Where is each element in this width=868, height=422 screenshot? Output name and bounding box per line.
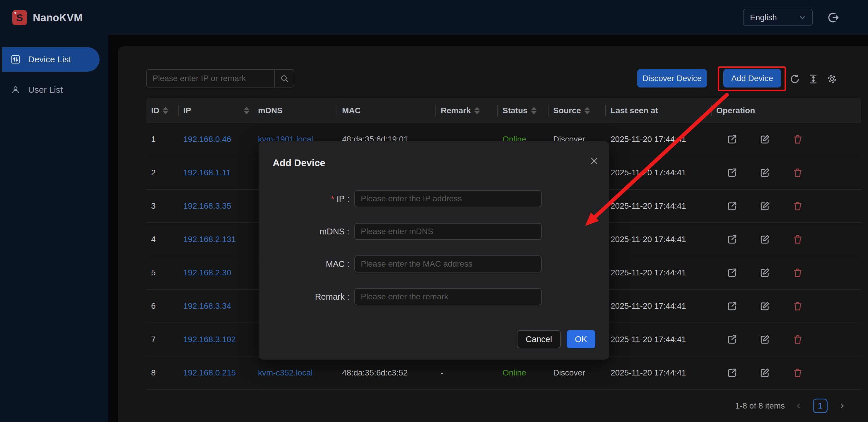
cell-ip-link[interactable]: 192.168.1.11 — [179, 168, 253, 177]
cell-operation — [712, 300, 861, 312]
field-label: Remark: — [258, 292, 349, 302]
cell-operation — [712, 233, 861, 245]
mdns-field[interactable] — [354, 223, 542, 240]
column-header-remark[interactable]: Remark — [436, 98, 498, 123]
form-row-mdns: mDNS: — [258, 223, 609, 240]
language-select[interactable]: English — [743, 9, 813, 26]
pagination: 1-8 of 8 items 1 — [735, 396, 847, 416]
modal-close-button[interactable] — [587, 154, 601, 168]
cell-ip-link[interactable]: 192.168.0.46 — [179, 135, 253, 144]
pagination-summary: 1-8 of 8 items — [735, 401, 785, 411]
edit-device-button[interactable] — [759, 267, 771, 279]
cell-last-seen: 2025-11-20 17:44:41 — [606, 235, 712, 244]
cell-operation — [712, 133, 861, 145]
cell-last-seen: 2025-11-20 17:44:41 — [606, 135, 712, 144]
sidebar-item-device-list[interactable]: Device List — [2, 47, 99, 72]
open-device-button[interactable] — [726, 300, 738, 312]
delete-device-button[interactable] — [792, 133, 804, 145]
app-title: NanoKVM — [33, 12, 83, 24]
edit-device-button[interactable] — [759, 300, 771, 312]
refresh-table-button[interactable] — [788, 72, 801, 86]
cell-remark: - — [436, 368, 498, 378]
open-device-button[interactable] — [726, 200, 738, 212]
cell-operation — [712, 367, 861, 379]
add-device-highlight-box — [718, 66, 786, 91]
open-device-button[interactable] — [726, 367, 738, 379]
next-page-button[interactable] — [836, 400, 847, 412]
cell-ip-link[interactable]: 192.168.3.35 — [179, 201, 253, 211]
sort-icon — [474, 107, 480, 115]
edit-device-button[interactable] — [759, 200, 771, 212]
table-settings-button[interactable] — [826, 72, 838, 86]
search-button[interactable] — [274, 70, 294, 87]
external-link-icon — [726, 167, 738, 178]
delete-device-button[interactable] — [792, 334, 804, 345]
cell-mdns-link[interactable]: kvm-c352.local — [253, 368, 337, 378]
gear-icon — [827, 73, 838, 85]
sidebar-item-user-list[interactable]: User List — [2, 77, 99, 102]
column-header-mdns: mDNS — [253, 98, 337, 123]
mac-field[interactable] — [354, 256, 542, 272]
cell-ip-link[interactable]: 192.168.3.34 — [179, 301, 253, 311]
page-number-button[interactable]: 1 — [813, 398, 828, 413]
open-device-button[interactable] — [726, 167, 738, 178]
column-header-ip[interactable]: IP — [179, 98, 253, 123]
trash-icon — [792, 167, 803, 178]
remark-field[interactable] — [354, 288, 542, 305]
delete-device-button[interactable] — [792, 300, 804, 312]
sort-icon — [244, 107, 249, 115]
discover-device-button[interactable]: Discover Device — [637, 69, 707, 88]
close-icon — [589, 156, 599, 166]
search-input[interactable] — [147, 70, 274, 87]
column-header-mac: MAC — [337, 98, 436, 123]
trash-icon — [792, 234, 803, 245]
delete-device-button[interactable] — [792, 167, 804, 178]
edit-device-button[interactable] — [759, 367, 771, 379]
logout-button[interactable] — [826, 10, 840, 25]
ok-button[interactable]: OK — [567, 330, 595, 348]
edit-device-button[interactable] — [759, 233, 771, 245]
search-icon — [280, 74, 289, 83]
row-height-button[interactable] — [807, 72, 820, 86]
prev-page-button[interactable] — [793, 400, 805, 412]
sidebar-item-label: Device List — [28, 55, 71, 64]
cell-last-seen: 2025-11-20 17:44:41 — [606, 301, 712, 311]
device-list-icon — [10, 55, 21, 64]
cell-source: Discover — [549, 368, 606, 378]
edit-icon — [760, 367, 771, 379]
cell-last-seen: 2025-11-20 17:44:41 — [606, 368, 712, 378]
logo-dot — [14, 12, 17, 14]
open-device-button[interactable] — [726, 267, 738, 279]
edit-device-button[interactable] — [759, 167, 771, 178]
cell-last-seen: 2025-11-20 17:44:41 — [606, 168, 712, 177]
open-device-button[interactable] — [726, 334, 738, 345]
edit-device-button[interactable] — [759, 334, 771, 345]
chevron-left-icon — [795, 401, 803, 410]
column-header-status[interactable]: Status — [498, 98, 549, 123]
cell-id: 1 — [147, 135, 179, 144]
cell-id: 8 — [147, 368, 179, 378]
column-header-source[interactable]: Source — [549, 98, 606, 123]
delete-device-button[interactable] — [792, 267, 804, 279]
edit-device-button[interactable] — [759, 133, 771, 145]
field-label: * IP: — [258, 194, 349, 204]
cell-ip-link[interactable]: 192.168.0.215 — [179, 368, 253, 378]
edit-icon — [760, 167, 771, 178]
field-label: MAC: — [258, 259, 349, 269]
edit-icon — [760, 300, 771, 312]
delete-device-button[interactable] — [792, 367, 804, 379]
edit-icon — [760, 267, 771, 278]
edit-icon — [760, 334, 771, 345]
open-device-button[interactable] — [726, 233, 738, 245]
delete-device-button[interactable] — [792, 233, 804, 245]
cell-ip-link[interactable]: 192.168.2.30 — [179, 268, 253, 278]
cell-ip-link[interactable]: 192.168.2.131 — [179, 235, 253, 244]
cell-ip-link[interactable]: 192.168.3.102 — [179, 335, 253, 344]
column-header-id[interactable]: ID — [147, 98, 179, 123]
logo-letter: S — [17, 12, 23, 24]
delete-device-button[interactable] — [792, 200, 804, 212]
user-icon — [10, 85, 21, 95]
ip-field[interactable] — [354, 190, 542, 207]
open-device-button[interactable] — [726, 133, 738, 145]
cancel-button[interactable]: Cancel — [517, 330, 561, 348]
